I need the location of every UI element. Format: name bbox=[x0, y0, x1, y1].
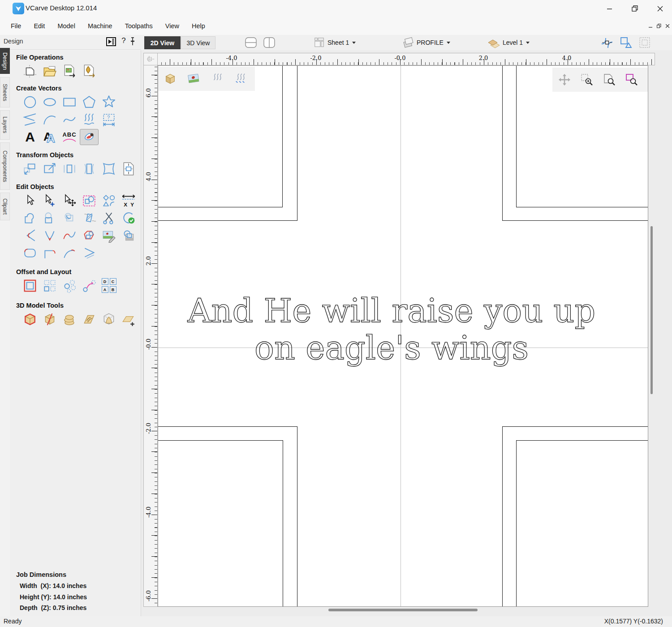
pin-panel-icon[interactable] bbox=[129, 37, 136, 47]
horizontal-scrollbar[interactable] bbox=[328, 609, 478, 611]
draw-rectangle-icon[interactable] bbox=[60, 94, 79, 110]
weld-vectors-icon[interactable] bbox=[21, 210, 39, 226]
circular-array-icon[interactable] bbox=[60, 278, 79, 294]
window-close-button[interactable] bbox=[648, 0, 672, 17]
tab-3d-view[interactable]: 3D View bbox=[181, 36, 215, 49]
freehand-sketch-icon[interactable] bbox=[80, 112, 99, 128]
document-minimize-button[interactable] bbox=[647, 22, 654, 30]
subtract-vectors-icon[interactable] bbox=[40, 210, 59, 226]
profile-selector[interactable]: PROFILE bbox=[402, 36, 450, 49]
text-on-curve-icon[interactable]: ABC bbox=[60, 129, 79, 145]
copy-along-curve-icon[interactable] bbox=[80, 278, 99, 294]
array-copy-icon[interactable] bbox=[40, 278, 59, 294]
level-selector[interactable]: Level 1 bbox=[487, 36, 530, 49]
offset-vector-icon[interactable] bbox=[80, 228, 99, 244]
toolpath-preview-icon[interactable] bbox=[211, 73, 223, 85]
scale-object-icon[interactable] bbox=[40, 161, 59, 177]
add-zero-plane-icon[interactable] bbox=[119, 311, 138, 327]
material-block-icon[interactable] bbox=[164, 73, 177, 85]
align-objects-icon[interactable] bbox=[99, 193, 118, 209]
select-tool-icon[interactable] bbox=[21, 193, 39, 209]
sidebar-tab-layers[interactable]: Layers bbox=[0, 110, 10, 140]
window-restore-button[interactable] bbox=[623, 0, 646, 17]
menu-toolpaths[interactable]: Toolpaths bbox=[119, 21, 159, 31]
draw-star-icon[interactable] bbox=[99, 94, 118, 110]
menu-view[interactable]: View bbox=[159, 21, 185, 31]
set-size-icon[interactable] bbox=[119, 161, 138, 177]
sidebar-tab-clipart[interactable]: Clipart bbox=[0, 193, 10, 220]
offset-object-icon[interactable] bbox=[21, 278, 39, 294]
extrude-model-icon[interactable] bbox=[99, 311, 118, 327]
close-vector-icon[interactable] bbox=[119, 210, 138, 226]
intersect-vectors-icon[interactable] bbox=[60, 210, 79, 226]
join-vectors-icon[interactable] bbox=[40, 245, 59, 261]
menu-file[interactable]: File bbox=[4, 21, 27, 31]
draw-text-icon[interactable]: A bbox=[21, 129, 39, 145]
vector-rect-inner-bottom-left[interactable] bbox=[158, 440, 283, 607]
crop-bitmap-icon[interactable] bbox=[119, 228, 138, 244]
zoom-selection-icon[interactable] bbox=[581, 73, 593, 86]
menu-model[interactable]: Model bbox=[51, 21, 82, 31]
sidebar-tab-components[interactable]: Components bbox=[0, 142, 10, 190]
sidebar-tab-design[interactable]: Design bbox=[0, 48, 10, 74]
bitmap-preview-icon[interactable] bbox=[187, 73, 200, 85]
import-vector-art-icon[interactable] bbox=[80, 63, 99, 79]
toolpath-drives-icon[interactable] bbox=[234, 73, 246, 85]
move-selection-tool-icon[interactable] bbox=[60, 193, 79, 209]
zoom-drawing-icon[interactable] bbox=[603, 73, 616, 86]
menu-machine[interactable]: Machine bbox=[82, 21, 119, 31]
stretch-object-icon[interactable] bbox=[80, 161, 99, 177]
pan-view-icon[interactable] bbox=[558, 73, 571, 86]
draw-arc-icon[interactable] bbox=[40, 112, 59, 128]
snap-nodes-icon[interactable] bbox=[600, 36, 614, 49]
design-text[interactable]: And He will raise you up on eagle's wing… bbox=[170, 290, 637, 368]
document-restore-button[interactable] bbox=[655, 22, 663, 30]
distort-object-icon[interactable] bbox=[99, 161, 118, 177]
document-close-button[interactable] bbox=[664, 22, 671, 30]
fill-hatch-icon[interactable] bbox=[80, 210, 99, 226]
draw-ellipse-icon[interactable] bbox=[40, 94, 59, 110]
zoom-box-icon[interactable] bbox=[625, 73, 638, 86]
edit-picture-icon[interactable] bbox=[99, 228, 118, 244]
chamfer-icon[interactable] bbox=[80, 245, 99, 261]
drawing-canvas[interactable]: And He will raise you up on eagle's wing… bbox=[158, 65, 648, 607]
rounded-rect-icon[interactable] bbox=[21, 245, 39, 261]
sidebar-tab-sheets[interactable]: Sheets bbox=[0, 77, 10, 107]
vector-rect-inner-bottom-right[interactable] bbox=[516, 440, 648, 607]
menu-edit[interactable]: Edit bbox=[27, 21, 51, 31]
measure-tool-icon[interactable]: XY bbox=[119, 193, 138, 209]
dimension-icon[interactable]: ? bbox=[99, 112, 118, 128]
sheet-selector[interactable]: Sheet 1 bbox=[314, 36, 356, 49]
open-file-icon[interactable] bbox=[40, 63, 59, 79]
add-shape-icon[interactable] bbox=[21, 311, 39, 327]
fillet-tool-icon[interactable] bbox=[21, 228, 39, 244]
job-setup-icon[interactable] bbox=[21, 63, 39, 79]
sharpen-corner-icon[interactable] bbox=[40, 228, 59, 244]
split-vertical-icon[interactable] bbox=[263, 36, 276, 49]
move-object-icon[interactable] bbox=[21, 161, 39, 177]
selected-objects-icon[interactable] bbox=[80, 193, 99, 209]
extend-vector-icon[interactable] bbox=[60, 245, 79, 261]
draw-curve-icon[interactable] bbox=[60, 112, 79, 128]
window-minimize-button[interactable] bbox=[598, 0, 621, 17]
stack-discs-icon[interactable] bbox=[60, 311, 79, 327]
mirror-object-icon[interactable] bbox=[60, 161, 79, 177]
text-outline-icon[interactable]: A A bbox=[40, 129, 59, 145]
help-icon[interactable]: ? bbox=[119, 36, 128, 45]
tab-2d-view[interactable]: 2D View bbox=[144, 36, 181, 49]
draw-circle-icon[interactable] bbox=[21, 94, 39, 110]
grid-toggle-icon[interactable] bbox=[638, 36, 651, 49]
menu-help[interactable]: Help bbox=[185, 21, 211, 31]
fit-curve-icon[interactable] bbox=[60, 228, 79, 244]
draw-polyline-icon[interactable] bbox=[21, 112, 39, 128]
split-horizontal-icon[interactable] bbox=[244, 36, 258, 49]
node-edit-tool-icon[interactable] bbox=[40, 193, 59, 209]
insert-clipart-icon[interactable] bbox=[80, 129, 99, 145]
collapse-panel-icon[interactable] bbox=[106, 37, 116, 47]
import-vectors-icon[interactable] bbox=[60, 63, 79, 79]
texture-model-icon[interactable] bbox=[80, 311, 99, 327]
draw-polygon-icon[interactable] bbox=[80, 94, 99, 110]
cut-vector-icon[interactable] bbox=[99, 210, 118, 226]
selection-mode-icon[interactable] bbox=[619, 36, 633, 49]
vertical-scrollbar[interactable] bbox=[650, 226, 653, 394]
